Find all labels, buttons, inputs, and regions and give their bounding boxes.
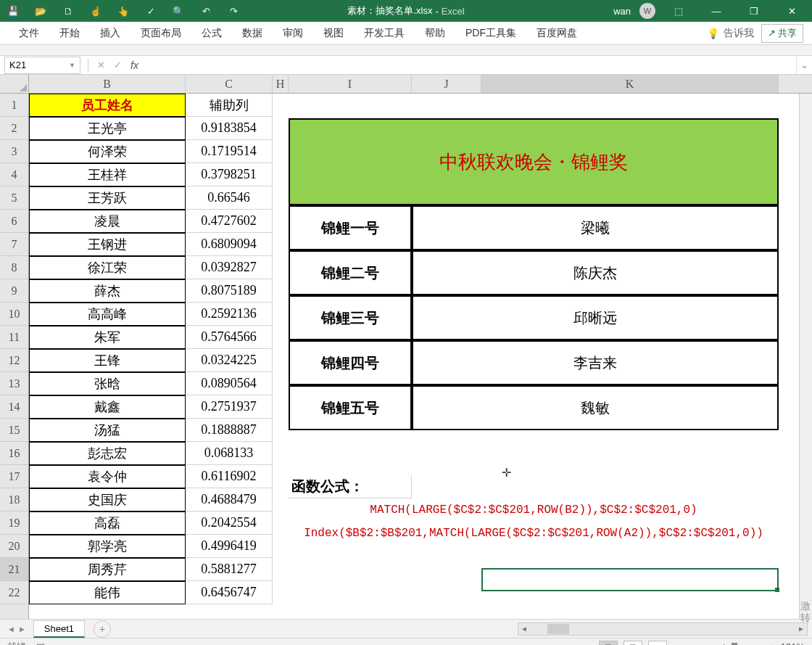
view-pagebreak-icon[interactable]: ▭ <box>648 641 667 646</box>
cell-C2[interactable]: 0.9183854 <box>186 117 273 140</box>
fx-icon[interactable]: fx <box>130 59 138 71</box>
row-header-14[interactable]: 14 <box>0 395 28 419</box>
cell-B12[interactable]: 王锋 <box>29 349 186 372</box>
sheet-prev-icon[interactable]: ◄ <box>7 625 15 633</box>
scroll-left-icon[interactable]: ◄ <box>518 625 530 633</box>
sheet-next-icon[interactable]: ► <box>18 625 26 633</box>
cell-B4[interactable]: 王桂祥 <box>29 163 186 186</box>
cell-B3[interactable]: 何泽荣 <box>29 140 186 163</box>
view-normal-icon[interactable]: ▦ <box>599 641 618 646</box>
open-icon[interactable]: 📂 <box>33 4 48 18</box>
minimize-icon[interactable]: — <box>702 0 731 22</box>
redo-icon[interactable]: ↷ <box>226 4 241 18</box>
cell-B15[interactable]: 汤猛 <box>29 419 186 442</box>
formula-1[interactable]: MATCH(LARGE($C$2:$C$201,ROW(B2)),$C$2:$C… <box>289 498 779 522</box>
row-header-11[interactable]: 11 <box>0 326 28 349</box>
row-header-13[interactable]: 13 <box>0 372 28 395</box>
row-header-10[interactable]: 10 <box>0 303 28 326</box>
select-all-corner[interactable] <box>0 75 29 93</box>
tab-help[interactable]: 帮助 <box>415 22 455 44</box>
new-icon[interactable]: 🗋 <box>61 4 75 18</box>
row-header-9[interactable]: 9 <box>0 279 28 303</box>
zoom-level[interactable]: 131% <box>781 641 805 645</box>
ribbon-options-icon[interactable]: ⬚ <box>664 0 693 22</box>
cell-B1[interactable]: 员工姓名 <box>29 94 186 117</box>
tab-file[interactable]: 文件 <box>9 22 49 44</box>
cell-C20[interactable]: 0.4996419 <box>186 535 273 558</box>
row-header-19[interactable]: 19 <box>0 512 28 535</box>
cell-B22[interactable]: 能伟 <box>29 581 186 604</box>
active-cell[interactable] <box>481 568 779 591</box>
cell-B18[interactable]: 史国庆 <box>29 488 186 512</box>
row-header-5[interactable]: 5 <box>0 186 28 210</box>
cell-C10[interactable]: 0.2592136 <box>186 303 273 326</box>
tab-baidu[interactable]: 百度网盘 <box>526 22 587 44</box>
avatar[interactable]: W <box>639 3 655 19</box>
cell-C11[interactable]: 0.5764566 <box>186 326 273 349</box>
tab-insert[interactable]: 插入 <box>90 22 130 44</box>
cell-B14[interactable]: 戴鑫 <box>29 395 186 419</box>
vertical-scrollbar[interactable] <box>799 94 812 619</box>
prize-label-1[interactable]: 锦鲤一号 <box>289 205 412 250</box>
cell-C17[interactable]: 0.6116902 <box>186 465 273 488</box>
col-header-K[interactable]: K <box>481 75 779 93</box>
view-layout-icon[interactable]: ▤ <box>624 641 642 646</box>
row-header-4[interactable]: 4 <box>0 163 28 186</box>
cell-I2[interactable]: 中秋联欢晚会・锦鲤奖 <box>289 118 779 205</box>
cancel-icon[interactable]: ✕ <box>97 59 105 70</box>
preview-icon[interactable]: 🔍 <box>171 4 186 18</box>
prize-label-4[interactable]: 锦鲤四号 <box>289 340 412 385</box>
cell-B16[interactable]: 彭志宏 <box>29 442 186 465</box>
cell-C21[interactable]: 0.5881277 <box>186 558 273 581</box>
ribbon-collapsed-strip[interactable] <box>0 45 812 56</box>
horizontal-scrollbar[interactable]: ◄ ► <box>518 623 808 636</box>
row-header-3[interactable]: 3 <box>0 140 28 163</box>
cells-area[interactable]: ✛ 员工姓名辅助列王光亭0.9183854何泽荣0.1719514王桂祥0.37… <box>29 94 812 619</box>
prize-winner-3[interactable]: 邱晰远 <box>412 295 779 340</box>
cell-B7[interactable]: 王钢进 <box>29 233 186 256</box>
name-box[interactable]: K21▼ <box>4 57 80 74</box>
prize-label-3[interactable]: 锦鲤三号 <box>289 295 412 340</box>
cell-B6[interactable]: 凌晨 <box>29 210 186 233</box>
prize-label-2[interactable]: 锦鲤二号 <box>289 250 412 295</box>
cell-B21[interactable]: 周秀芹 <box>29 558 186 581</box>
spellcheck-icon[interactable]: ✓ <box>144 4 158 18</box>
tab-home[interactable]: 开始 <box>49 22 90 44</box>
scroll-thumb[interactable] <box>547 624 569 634</box>
cell-C18[interactable]: 0.4688479 <box>186 488 273 512</box>
touch-icon[interactable]: ☝ <box>88 4 103 18</box>
row-header-20[interactable]: 20 <box>0 535 28 558</box>
prize-winner-1[interactable]: 梁曦 <box>412 205 779 250</box>
cell-C4[interactable]: 0.3798251 <box>186 163 273 186</box>
cell-C12[interactable]: 0.0324225 <box>186 349 273 372</box>
tab-formulas[interactable]: 公式 <box>191 22 232 44</box>
add-sheet-icon[interactable]: + <box>94 620 111 638</box>
cell-B20[interactable]: 郭学亮 <box>29 535 186 558</box>
cell-C7[interactable]: 0.6809094 <box>186 233 273 256</box>
row-header-7[interactable]: 7 <box>0 233 28 256</box>
cell-I17[interactable]: 函数公式： <box>289 475 412 498</box>
cell-C5[interactable]: 0.66546 <box>186 186 273 210</box>
cell-C1[interactable]: 辅助列 <box>186 94 273 117</box>
formula-2[interactable]: Index($B$2:$B$201,MATCH(LARGE($C$2:$C$20… <box>289 522 779 545</box>
cell-B2[interactable]: 王光亭 <box>29 117 186 140</box>
expand-formula-icon[interactable]: ⌄ <box>796 57 812 74</box>
cell-B13[interactable]: 张晗 <box>29 372 186 395</box>
row-header-21[interactable]: 21 <box>0 558 28 581</box>
save-icon[interactable]: 💾 <box>6 4 20 18</box>
sheet-tab-1[interactable]: Sheet1 <box>33 620 85 638</box>
tell-me[interactable]: 💡告诉我 <box>707 27 754 40</box>
formula-input[interactable] <box>143 57 796 73</box>
touch2-icon[interactable]: 👆 <box>116 4 130 18</box>
cell-B11[interactable]: 朱军 <box>29 326 186 349</box>
cell-B9[interactable]: 薛杰 <box>29 279 186 303</box>
prize-winner-2[interactable]: 陈庆杰 <box>412 250 779 295</box>
cell-C3[interactable]: 0.1719514 <box>186 140 273 163</box>
row-header-8[interactable]: 8 <box>0 256 28 279</box>
zoom-in-icon[interactable]: + <box>769 641 775 645</box>
chevron-down-icon[interactable]: ▼ <box>69 62 75 69</box>
tab-pdf[interactable]: PDF工具集 <box>455 22 526 44</box>
cell-C22[interactable]: 0.6456747 <box>186 581 273 604</box>
prize-label-5[interactable]: 锦鲤五号 <box>289 385 412 430</box>
cell-C15[interactable]: 0.1888887 <box>186 419 273 442</box>
